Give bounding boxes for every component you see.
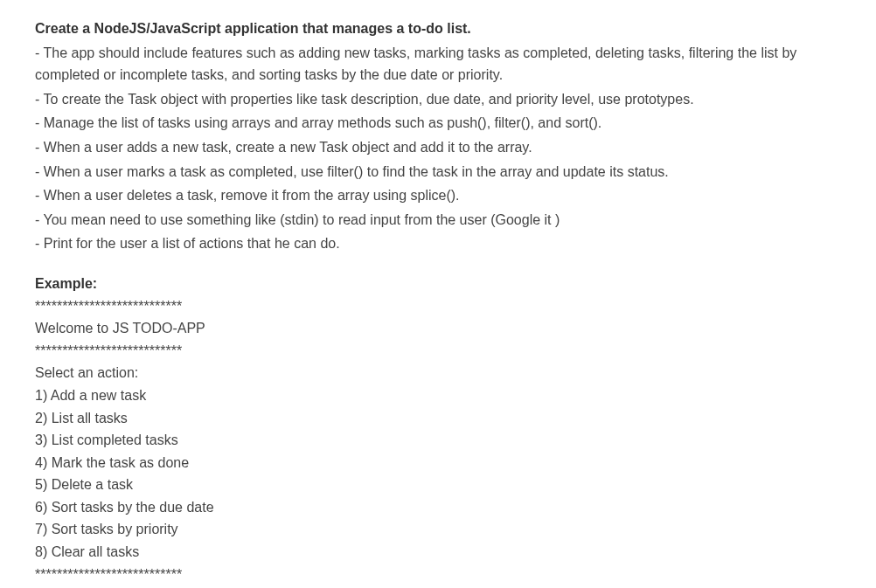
bullet-item: - When a user adds a new task, create a … [35, 136, 841, 159]
document-heading: Create a NodeJS/JavaScript application t… [35, 17, 841, 40]
example-line: 4) Mark the task as done [35, 452, 841, 474]
example-line: *************************** [35, 564, 841, 586]
example-line: Welcome to JS TODO-APP [35, 317, 841, 340]
example-line: Select an action: [35, 362, 841, 384]
bullet-item: - To create the Task object with propert… [35, 88, 841, 111]
example-line: 6) Sort tasks by the due date [35, 496, 841, 519]
bullet-item: - Print for the user a list of actions t… [35, 232, 841, 255]
example-line: 8) Clear all tasks [35, 541, 841, 564]
example-line: 7) Sort tasks by priority [35, 518, 841, 541]
example-line: *************************** [35, 340, 841, 363]
example-line: 5) Delete a task [35, 474, 841, 496]
bullet-item: - You mean need to use something like (s… [35, 209, 841, 232]
example-line: *************************** [35, 295, 841, 318]
example-heading: Example: [35, 273, 841, 295]
bullet-item: - Manage the list of tasks using arrays … [35, 112, 841, 135]
example-output: *************************** Welcome to J… [35, 295, 841, 588]
example-line: 3) List completed tasks [35, 429, 841, 452]
example-line: 1) Add a new task [35, 384, 841, 407]
example-line: 2) List all tasks [35, 407, 841, 430]
bullet-item: - The app should include features such a… [35, 42, 841, 86]
bullet-list: - The app should include features such a… [35, 42, 841, 255]
bullet-item: - When a user marks a task as completed,… [35, 161, 841, 183]
bullet-item: - When a user deletes a task, remove it … [35, 184, 841, 207]
